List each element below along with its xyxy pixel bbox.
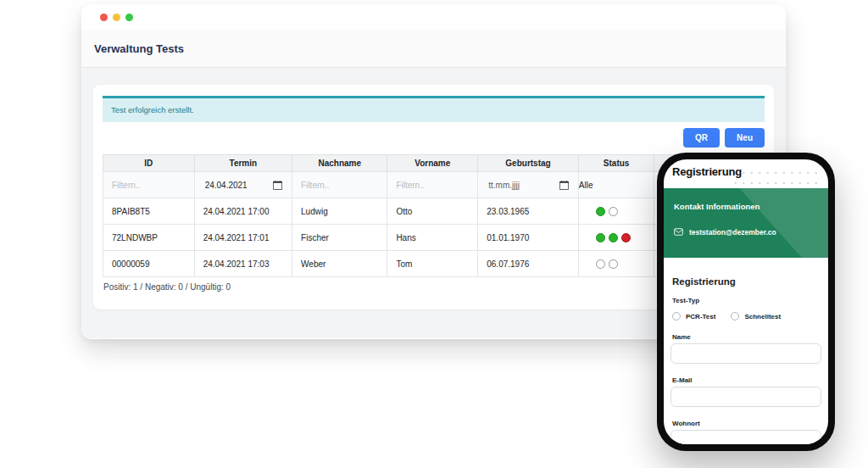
status-dot-empty (609, 207, 618, 216)
contact-info-card: Kontakt Informationen teststation@dezemb… (664, 188, 828, 258)
calendar-icon[interactable] (273, 181, 282, 190)
status-filter-select[interactable]: Alle (578, 172, 654, 198)
contact-info-title: Kontakt Informationen (674, 202, 760, 211)
cell-id: 72LNDWBP (103, 225, 195, 251)
status-dot-empty (609, 259, 618, 269)
phone-screen: Registrierung Kontakt Informationen test… (664, 159, 828, 444)
status-dot-green (596, 233, 605, 242)
cell-termin: 24.04.2021 17:01 (194, 225, 292, 251)
status-indicators (587, 251, 654, 276)
col-header-termin: Termin (194, 155, 292, 172)
cell-nachname: Ludwig (292, 198, 387, 225)
nachname-filter-input[interactable] (292, 181, 387, 190)
contact-email-text: teststation@dezember.co (689, 228, 776, 237)
cell-vorname: Otto (387, 198, 478, 225)
wohnort-label: Wohnort (672, 420, 700, 427)
success-alert-text: Test erfolgreich erstellt. (111, 105, 194, 114)
schnelltest-option[interactable]: Schnelltest (731, 312, 781, 320)
qr-button[interactable]: QR (683, 128, 720, 148)
phone-mockup: Registrierung Kontakt Informationen test… (657, 153, 835, 451)
registration-title: Registrierung (672, 165, 742, 178)
minimize-window-icon[interactable] (113, 14, 120, 21)
vorname-filter-input[interactable] (387, 181, 477, 190)
toolbar: QR Neu (103, 128, 765, 148)
name-label: Name (672, 333, 691, 341)
cell-nachname: Weber (292, 251, 387, 277)
neu-button[interactable]: Neu (725, 128, 765, 148)
test-typ-label: Test-Typ (672, 297, 699, 304)
cell-id: 00000059 (103, 251, 195, 277)
termin-date-filter[interactable]: 24.04.2021 (195, 172, 292, 198)
geburtstag-date-placeholder: tt.mm.jjjj (488, 181, 520, 190)
cell-vorname: Hans (387, 225, 478, 251)
email-label: E-Mail (672, 376, 693, 384)
id-filter-input[interactable] (103, 181, 194, 190)
envelope-icon (674, 227, 683, 237)
col-header-geburtstag: Geburtstag (478, 155, 579, 172)
status-dot-green (596, 207, 605, 216)
schnelltest-label: Schnelltest (744, 313, 781, 320)
status-dot-green (609, 233, 618, 242)
radio-button-icon[interactable] (731, 312, 739, 320)
success-alert: Test erfolgreich erstellt. (103, 96, 765, 122)
calendar-icon[interactable] (559, 181, 569, 190)
email-input[interactable] (670, 387, 821, 407)
cell-termin: 24.04.2021 17:03 (194, 251, 292, 277)
col-header-id: ID (103, 155, 195, 172)
col-header-nachname: Nachname (292, 155, 387, 172)
page-title: Verwaltung Tests (94, 42, 184, 55)
contact-email-row: teststation@dezember.co (674, 227, 776, 237)
pcr-test-label: PCR-Test (686, 313, 715, 320)
name-input[interactable] (670, 343, 821, 364)
status-dot-empty (596, 259, 605, 269)
maximize-window-icon[interactable] (125, 14, 133, 21)
cell-vorname: Tom (387, 251, 478, 277)
cell-geburtstag: 01.01.1970 (478, 225, 579, 251)
col-header-vorname: Vorname (387, 155, 478, 172)
cell-id: 8PAIB8T5 (103, 198, 195, 225)
cell-geburtstag: 23.03.1965 (478, 198, 579, 225)
app-header: Verwaltung Tests (81, 30, 786, 68)
stage: Verwaltung Tests Test erfolgreich erstel… (0, 0, 868, 468)
test-typ-radio-group: PCR-Test Schnelltest (672, 312, 781, 320)
wohnort-input[interactable] (670, 430, 821, 444)
status-indicators (587, 198, 654, 224)
pcr-test-option[interactable]: PCR-Test (672, 312, 715, 320)
col-header-status: Status (578, 155, 654, 172)
titlebar (81, 4, 786, 30)
status-dot-red (621, 233, 631, 242)
radio-button-icon[interactable] (672, 312, 681, 320)
termin-date-value: 24.04.2021 (205, 181, 248, 190)
cell-geburtstag: 06.07.1976 (478, 251, 579, 277)
cell-termin: 24.04.2021 17:00 (194, 198, 292, 225)
status-indicators (587, 225, 654, 250)
geburtstag-date-filter[interactable]: tt.mm.jjjj (478, 172, 578, 198)
close-window-icon[interactable] (100, 14, 108, 21)
form-heading: Registrierung (672, 276, 736, 287)
cell-nachname: Fischer (292, 225, 387, 251)
